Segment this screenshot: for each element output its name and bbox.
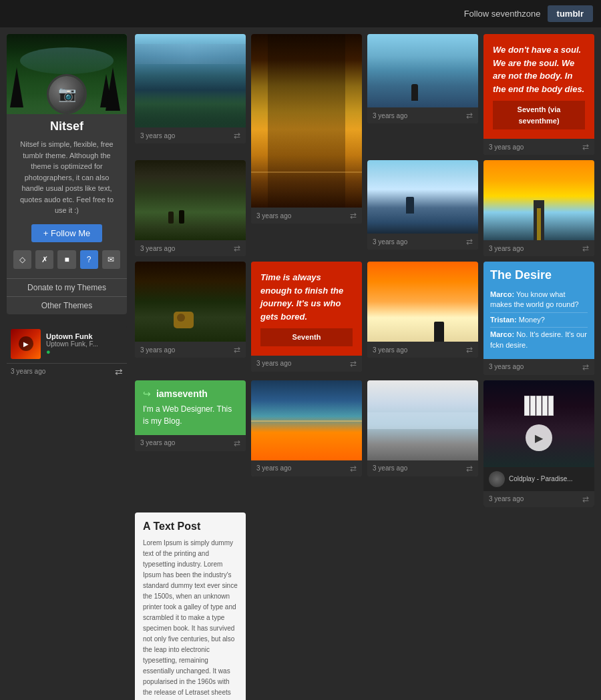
question-icon-button[interactable]: ? — [80, 250, 98, 269]
post-time: 3 years ago — [373, 464, 407, 472]
music-card: ▶ Uptown Funk Uptown Funk, F... ● 3 year… — [7, 325, 127, 380]
reblog-icon[interactable]: ⇄ — [350, 464, 357, 473]
chat-speaker-3: Marco: — [490, 330, 514, 338]
post-footer: 3 years ago ⇄ — [135, 240, 246, 256]
post-card-text: A Text Post Lorem Ipsum is simply dummy … — [135, 512, 246, 700]
quote-text2: Time is always enough to finish the jour… — [251, 262, 362, 356]
post-time: 3 years ago — [373, 112, 407, 119]
tumblr-button[interactable]: tumblr — [548, 5, 593, 22]
email-icon-button[interactable]: ✉ — [102, 250, 120, 269]
avatar: 📷 — [47, 74, 87, 114]
post-footer: 3 years ago ⇄ — [367, 107, 478, 123]
post-card: 3 years ago ⇄ — [251, 380, 362, 476]
post-footer: 3 years ago ⇄ — [367, 460, 478, 476]
post-time: 3 years ago — [256, 464, 291, 472]
post-card: 3 years ago ⇄ — [135, 262, 246, 358]
reblog-icon[interactable]: ⇄ — [466, 237, 473, 246]
reblog-icon[interactable]: ⇄ — [466, 111, 473, 120]
music-time: 3 years ago — [11, 368, 45, 375]
follow-me-button[interactable]: + Follow Me — [31, 224, 102, 242]
post-footer: 3 years ago ⇄ — [483, 491, 594, 507]
reblog-icon[interactable]: ⇄ — [350, 211, 357, 220]
post-image-sunset — [367, 262, 478, 342]
music-inner: ▶ Uptown Funk Uptown Funk, F... ● — [7, 325, 127, 363]
chat-title: The Desire — [490, 268, 588, 282]
bio-text: I'm a Web Designer. This is my Blog. — [143, 403, 238, 427]
quote-author: Seventh (via seventhme) — [493, 101, 585, 129]
video-play-button[interactable]: ▶ — [526, 424, 552, 451]
video-avatar — [489, 471, 505, 487]
post-image-forest — [135, 262, 246, 342]
email-icon: ✉ — [108, 255, 114, 264]
video-title-bar: Coldplay - Paradise... — [483, 467, 594, 491]
donate-themes-link[interactable]: Donate to my Themes — [7, 278, 127, 296]
reblog-icon[interactable]: ⇄ — [234, 244, 240, 253]
music-share-button[interactable]: ⇄ — [115, 366, 123, 377]
sidebar-icon-row: ◇ ✗ ■ ? ✉ — [7, 250, 127, 269]
post-card-video: ▶ Coldplay - Paradise... 3 years ago ⇄ — [483, 380, 594, 507]
music-share-row: 3 years ago ⇄ — [7, 363, 127, 380]
chat-speaker-2: Tristan: — [490, 316, 517, 324]
reblog-icon[interactable]: ⇄ — [582, 362, 589, 372]
avatar-image: 📷 — [49, 76, 85, 112]
grid-icon: ■ — [64, 255, 69, 264]
share-icon-button[interactable]: ✗ — [35, 250, 53, 269]
post-card: 3 years ago ⇄ — [251, 34, 362, 224]
text-post-body: Lorem Ipsum is simply dummy text of the … — [143, 538, 238, 700]
post-time: 3 years ago — [256, 360, 291, 367]
sidebar-description: Nitsef is simple, flexible, free tumblr … — [7, 139, 127, 216]
post-time: 3 years ago — [373, 238, 407, 246]
content-grid: 3 years ago ⇄ 3 years ago ⇄ 3 years ago … — [135, 34, 594, 700]
post-card-chat: The Desire Marco: You know what makes th… — [483, 262, 594, 375]
reblog-icon[interactable]: ⇄ — [466, 464, 473, 473]
text-post-title: A Text Post — [143, 520, 238, 533]
post-card-quote: We don't have a soul. We are the soul. W… — [483, 34, 594, 155]
reblog-icon[interactable]: ⇄ — [234, 131, 240, 140]
post-image-ocean — [251, 380, 362, 460]
left-column: 📷 Nitsef Nitsef is simple, flexible, fre… — [7, 34, 134, 380]
chat-line-2: Tristan: Money? — [490, 313, 588, 328]
sidebar: 📷 Nitsef Nitsef is simple, flexible, fre… — [7, 34, 127, 314]
post-image-mountains2 — [135, 160, 246, 240]
reblog-icon[interactable]: ⇄ — [350, 359, 357, 368]
post-image-alley — [251, 34, 362, 208]
post-time: 3 years ago — [140, 439, 175, 446]
other-themes-link[interactable]: Other Themes — [7, 296, 127, 314]
question-icon: ? — [87, 255, 91, 264]
post-card: 3 years ago ⇄ — [483, 160, 594, 256]
reblog-icon[interactable]: ⇄ — [234, 345, 240, 354]
post-footer: 3 years ago ⇄ — [135, 127, 246, 143]
share-icon: ✗ — [41, 255, 48, 264]
reblog-icon[interactable]: ⇄ — [582, 142, 589, 151]
post-footer: 3 years ago ⇄ — [135, 342, 246, 358]
post-footer: 3 years ago ⇄ — [483, 139, 594, 155]
post-time: 3 years ago — [489, 245, 524, 252]
post-footer: 3 years ago ⇄ — [367, 234, 478, 250]
post-card: 3 years ago ⇄ — [367, 380, 478, 476]
music-info: Uptown Funk Uptown Funk, F... ● — [46, 332, 123, 356]
quote-body: We don't have a soul. We are the soul. W… — [493, 45, 584, 94]
bio-username: iamseventh — [156, 388, 208, 399]
reblog-icon[interactable]: ⇄ — [466, 345, 473, 354]
post-time: 3 years ago — [140, 346, 175, 354]
main-layout: 📷 Nitsef Nitsef is simple, flexible, fre… — [0, 27, 601, 700]
grid-icon-button[interactable]: ■ — [57, 250, 75, 269]
reblog-icon[interactable]: ⇄ — [234, 438, 240, 448]
chat-text-2: Money? — [519, 316, 545, 324]
rss-icon-button[interactable]: ◇ — [13, 250, 31, 269]
post-image-misty — [367, 380, 478, 460]
quote-body2: Time is always enough to finish the jour… — [260, 272, 343, 322]
header-follow-text: Follow seventhzone — [464, 9, 541, 19]
post-time: 3 years ago — [140, 132, 175, 139]
post-image-sky — [367, 160, 478, 234]
sidebar-username: Nitsef — [7, 119, 127, 133]
post-time: 3 years ago — [489, 495, 524, 502]
post-image-road — [483, 160, 594, 240]
text-post-content: A Text Post Lorem Ipsum is simply dummy … — [135, 512, 246, 700]
reblog-icon[interactable]: ⇄ — [582, 494, 589, 504]
reblog-icon[interactable]: ⇄ — [582, 244, 589, 253]
post-image — [135, 34, 246, 127]
post-image-cliff — [367, 34, 478, 107]
music-play-button[interactable]: ▶ — [19, 336, 33, 351]
video-thumb-bg: ▶ — [483, 380, 594, 467]
